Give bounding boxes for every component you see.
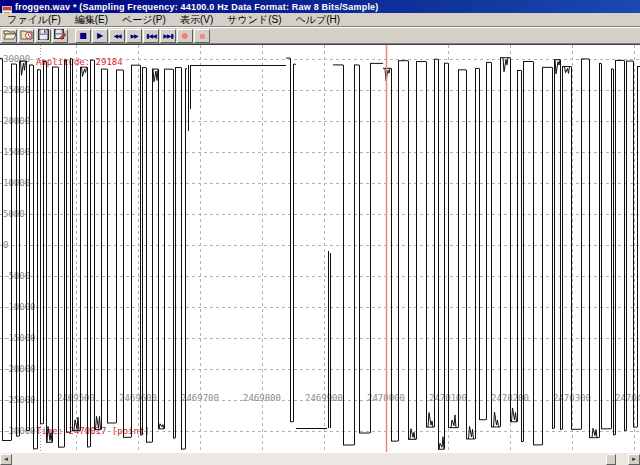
rewind-button[interactable]: ◀◀	[109, 29, 125, 43]
menu-item-file[interactable]: ファイル(F)	[0, 13, 68, 27]
menu-item-view[interactable]: 表示(V)	[173, 13, 220, 27]
toolbar: ■▶◀◀▶▶▮◀◀▶▶▮●▮▮	[0, 27, 640, 44]
stop-button[interactable]: ■	[75, 29, 91, 43]
reopen-button[interactable]	[18, 29, 34, 43]
floppy-icon	[38, 28, 49, 43]
pause-icon: ▮▮	[200, 32, 205, 40]
open-button[interactable]	[1, 29, 17, 43]
record-pause-button[interactable]: ▮▮	[194, 29, 210, 43]
save-as-button[interactable]	[52, 29, 68, 43]
play-icon: ▶	[97, 32, 103, 40]
save-button[interactable]	[35, 29, 51, 43]
folder-history-icon	[20, 28, 33, 43]
menu-item-edit[interactable]: 編集(E)	[68, 13, 115, 27]
scroll-left-button[interactable]: ◄	[0, 454, 12, 465]
skip-start-icon: ▮◀◀	[146, 32, 156, 40]
folder-open-icon	[3, 28, 16, 43]
floppy-edit-icon	[54, 28, 66, 43]
stop-icon: ■	[79, 32, 87, 40]
app-window: froggen.wav * (Sampling Frequency: 44100…	[0, 0, 640, 465]
horizontal-scrollbar[interactable]: ◄ ►	[0, 452, 640, 465]
menu-item-page[interactable]: ページ(P)	[115, 13, 173, 27]
play-button[interactable]: ▶	[92, 29, 108, 43]
title-bar[interactable]: froggen.wav * (Sampling Frequency: 44100…	[0, 0, 640, 13]
waveform-plot: 2470400247030024702002470100247000024699…	[0, 44, 640, 452]
window-title: froggen.wav * (Sampling Frequency: 44100…	[15, 2, 379, 12]
skip-end-icon: ▶▶▮	[163, 32, 173, 40]
menu-item-sound[interactable]: サウンド(S)	[220, 13, 288, 27]
waveform-canvas[interactable]	[0, 45, 640, 452]
fast-forward-icon: ▶▶	[130, 32, 137, 40]
go-start-button[interactable]: ▮◀◀	[143, 29, 159, 43]
go-end-button[interactable]: ▶▶▮	[160, 29, 176, 43]
menu-item-help[interactable]: ヘルプ(H)	[289, 13, 348, 27]
scrollbar-thumb[interactable]	[606, 454, 616, 465]
record-icon: ●	[182, 32, 189, 40]
scroll-right-button[interactable]: ►	[628, 454, 640, 465]
rewind-icon: ◀◀	[113, 32, 120, 40]
app-icon	[2, 2, 12, 12]
record-button[interactable]: ●	[177, 29, 193, 43]
menu-bar: ファイル(F)編集(E)ページ(P)表示(V)サウンド(S)ヘルプ(H)	[0, 13, 640, 27]
toolbar-separator	[69, 29, 74, 43]
fast-forward-button[interactable]: ▶▶	[126, 29, 142, 43]
